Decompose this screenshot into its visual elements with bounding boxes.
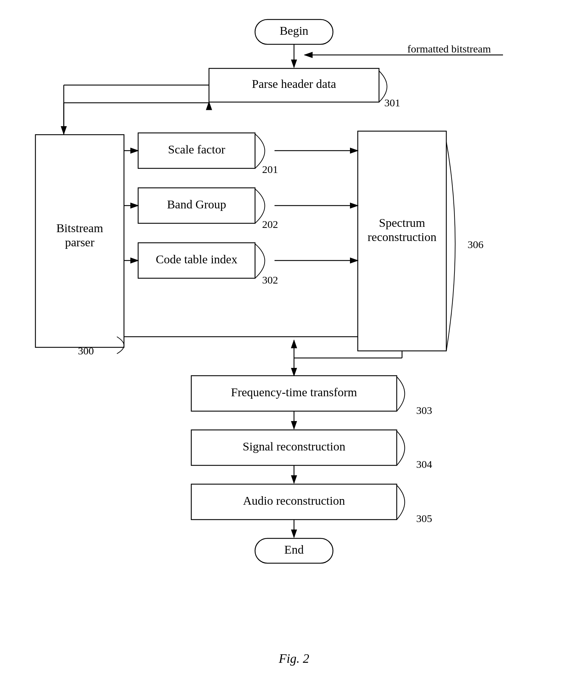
- figure-label: Fig. 2: [278, 651, 309, 666]
- bitstream-parser-label: Bitstream: [56, 222, 103, 235]
- spectrum-reconstruction-label2: reconstruction: [368, 230, 437, 243]
- band-group-label: Band Group: [167, 198, 226, 211]
- ref-306: 306: [468, 239, 484, 250]
- parse-header-label: Parse header data: [252, 77, 336, 90]
- spectrum-reconstruction-label: Spectrum: [379, 216, 425, 229]
- ref-300: 300: [78, 345, 94, 357]
- bitstream-parser-label2: parser: [65, 236, 95, 249]
- code-table-index-label: Code table index: [156, 253, 237, 266]
- signal-reconstruction-label: Signal reconstruction: [243, 440, 345, 453]
- formatted-bitstream-label: formatted bitstream: [407, 43, 491, 55]
- freq-time-transform-label: Frequency-time transform: [231, 386, 357, 399]
- ref-301: 301: [384, 97, 400, 108]
- ref-303: 303: [416, 404, 432, 416]
- audio-reconstruction-label: Audio reconstruction: [243, 494, 345, 507]
- begin-label: Begin: [279, 24, 308, 37]
- scale-factor-label: Scale factor: [168, 143, 225, 156]
- ref-202: 202: [262, 218, 278, 230]
- ref-305: 305: [416, 513, 432, 524]
- ref-302: 302: [262, 274, 278, 286]
- end-label: End: [284, 543, 304, 556]
- ref-201: 201: [262, 163, 278, 175]
- diagram-container: Begin formatted bitstream Parse header d…: [0, 0, 588, 700]
- ref-304: 304: [416, 458, 432, 470]
